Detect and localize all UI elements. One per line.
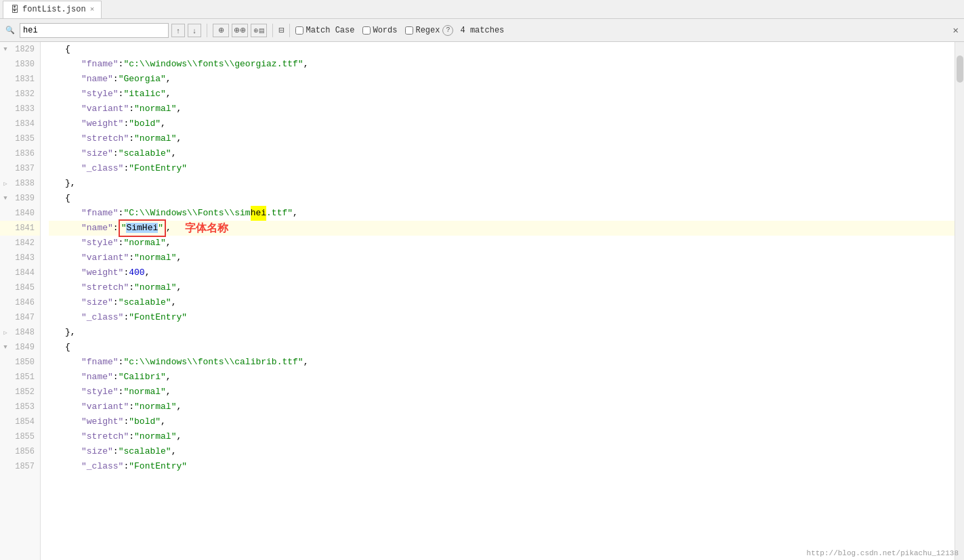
- tab-bar: 🗄 fontList.json ×: [0, 0, 964, 19]
- watermark: http://blog.csdn.net/pikachu_12138: [807, 549, 959, 557]
- line-number-1842: 1842: [0, 236, 40, 251]
- separator-3: [289, 24, 290, 37]
- code-line-1845: "stretch": "normal",: [49, 280, 955, 295]
- line-number-1852: 1852: [0, 385, 40, 400]
- code-line-1830: "fname": "c:\\windows\\fonts\\georgiaz.t…: [49, 57, 955, 72]
- editor-area: ▼182918301831183218331834183518361837▷18…: [0, 42, 964, 560]
- scrollbar[interactable]: [955, 42, 964, 560]
- line-number-1849: ▼1849: [0, 340, 40, 355]
- line-number-1834: 1834: [0, 116, 40, 131]
- line-numbers: ▼182918301831183218331834183518361837▷18…: [0, 42, 41, 560]
- words-option[interactable]: Words: [362, 26, 397, 35]
- line-number-1851: 1851: [0, 370, 40, 385]
- line-number-1837: 1837: [0, 161, 40, 176]
- line-number-1843: 1843: [0, 251, 40, 265]
- line-number-1857: 1857: [0, 459, 40, 474]
- line-number-1830: 1830: [0, 57, 40, 72]
- line-number-1850: 1850: [0, 355, 40, 370]
- line-number-1856: 1856: [0, 444, 40, 459]
- line-number-1841: 1841: [0, 221, 40, 236]
- code-line-1844: "weight": 400,: [49, 265, 955, 280]
- code-line-1848: },: [49, 325, 955, 340]
- file-icon: 🗄: [10, 5, 20, 14]
- line-number-1829: ▼1829: [0, 42, 40, 57]
- code-line-1850: "fname": "c:\\windows\\fonts\\calibrib.t…: [49, 355, 955, 370]
- match-case-label: Match Case: [306, 26, 354, 35]
- code-line-1833: "variant": "normal",: [49, 102, 955, 116]
- search-prev-button[interactable]: ↑: [171, 24, 185, 37]
- line-number-1835: 1835: [0, 131, 40, 146]
- code-line-1843: "variant": "normal",: [49, 251, 955, 265]
- fold-close-1838[interactable]: ▷: [1, 179, 9, 188]
- regex-option[interactable]: Regex: [405, 26, 440, 35]
- line-number-1855: 1855: [0, 429, 40, 444]
- code-line-1829: {: [49, 42, 955, 57]
- code-line-1831: "name": "Georgia",: [49, 72, 955, 87]
- replace-all-button[interactable]: ⊕⊕: [232, 24, 248, 37]
- match-case-checkbox[interactable]: [295, 26, 303, 35]
- line-number-1839: ▼1839: [0, 191, 40, 206]
- code-line-1851: "name": "Calibri",: [49, 370, 955, 385]
- replace-button[interactable]: ⊕: [213, 24, 229, 37]
- tab-label: fontList.json: [22, 5, 86, 14]
- code-line-1837: "_class": "FontEntry": [49, 161, 955, 176]
- code-line-1836: "size": "scalable",: [49, 146, 955, 161]
- code-line-1849: {: [49, 340, 955, 355]
- line-number-1831: 1831: [0, 72, 40, 87]
- code-line-1840: "fname": "C:\\Windows\\Fonts\\simhei.ttf…: [49, 206, 955, 221]
- scrollbar-thumb[interactable]: [957, 56, 963, 83]
- line-number-1833: 1833: [0, 102, 40, 116]
- separator-2: [272, 24, 273, 37]
- code-line-1846: "size": "scalable",: [49, 295, 955, 310]
- code-line-1838: },: [49, 176, 955, 191]
- fold-open-1849[interactable]: ▼: [1, 343, 9, 351]
- search-input-wrap: [20, 23, 169, 38]
- code-line-1832: "style": "italic",: [49, 87, 955, 102]
- line-number-1840: 1840: [0, 206, 40, 221]
- match-count: 4 matches: [460, 26, 504, 35]
- match-case-option[interactable]: Match Case: [295, 26, 354, 35]
- code-line-1856: "size": "scalable",: [49, 444, 955, 459]
- close-search-button[interactable]: ✕: [953, 24, 959, 36]
- code-line-1839: {: [49, 191, 955, 206]
- code-line-1855: "stretch": "normal",: [49, 429, 955, 444]
- line-number-1847: 1847: [0, 310, 40, 325]
- line-number-1832: 1832: [0, 87, 40, 102]
- code-line-1852: "style": "normal",: [49, 385, 955, 400]
- line-number-1854: 1854: [0, 414, 40, 429]
- words-checkbox[interactable]: [362, 26, 371, 35]
- line-number-1836: 1836: [0, 146, 40, 161]
- code-content[interactable]: {"fname": "c:\\windows\\fonts\\georgiaz.…: [41, 42, 955, 560]
- search-icon: 🔍: [5, 26, 15, 35]
- line-number-1848: ▷1848: [0, 325, 40, 340]
- search-input[interactable]: [23, 26, 145, 35]
- words-label: Words: [373, 26, 397, 35]
- tab-close-button[interactable]: ×: [90, 5, 95, 14]
- file-tab[interactable]: 🗄 fontList.json ×: [3, 1, 102, 18]
- replace-selection-button[interactable]: ⊕▤: [251, 24, 267, 37]
- fold-open-1839[interactable]: ▼: [1, 194, 9, 202]
- code-line-1841: "name": "SimHei",字体名称: [49, 221, 955, 236]
- code-line-1853: "variant": "normal",: [49, 400, 955, 414]
- help-icon[interactable]: ?: [442, 25, 453, 36]
- line-number-1846: 1846: [0, 295, 40, 310]
- code-line-1857: "_class": "FontEntry": [49, 459, 955, 474]
- fold-close-1848[interactable]: ▷: [1, 328, 9, 337]
- code-line-1847: "_class": "FontEntry": [49, 310, 955, 325]
- selected-value: "SimHei": [119, 219, 166, 237]
- filter-icon[interactable]: ⊟: [278, 24, 284, 36]
- annotation: 字体名称: [185, 221, 228, 236]
- code-line-1834: "weight": "bold",: [49, 116, 955, 131]
- regex-checkbox[interactable]: [405, 26, 413, 35]
- code-line-1835: "stretch": "normal",: [49, 131, 955, 146]
- fold-open-1829[interactable]: ▼: [1, 45, 9, 53]
- code-line-1854: "weight": "bold",: [49, 414, 955, 429]
- search-next-button[interactable]: ↓: [188, 24, 201, 37]
- line-number-1844: 1844: [0, 265, 40, 280]
- line-number-1845: 1845: [0, 280, 40, 295]
- separator-1: [207, 24, 207, 37]
- line-number-1838: ▷1838: [0, 176, 40, 191]
- search-bar: 🔍 ↑ ↓ ⊕ ⊕⊕ ⊕▤ ⊟ Match Case Words Regex ?…: [0, 19, 964, 42]
- code-line-1842: "style": "normal",: [49, 236, 955, 251]
- regex-label: Regex: [415, 26, 440, 35]
